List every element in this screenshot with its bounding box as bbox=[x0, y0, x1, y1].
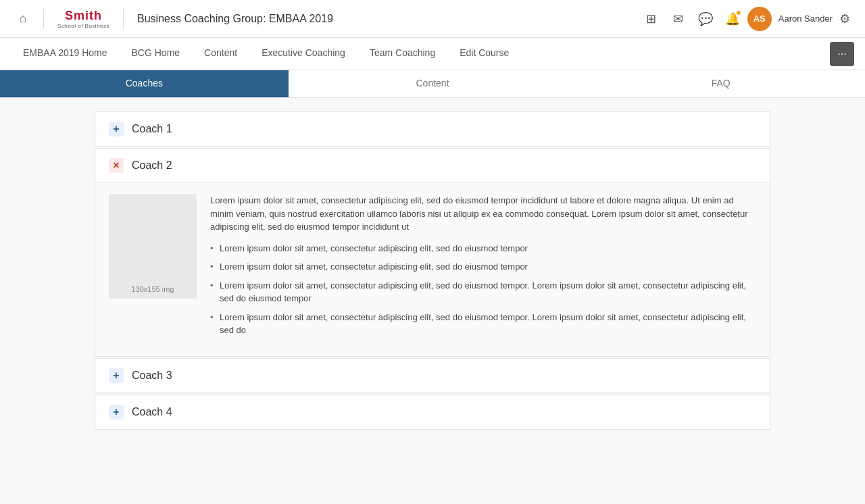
page-title: Business Coaching Group: EMBAA 2019 bbox=[137, 13, 634, 25]
coach-2-header[interactable]: × Coach 2 bbox=[95, 149, 770, 182]
coach-4-name: Coach 4 bbox=[132, 406, 172, 418]
coach-2-image: 130x155 img bbox=[109, 194, 197, 299]
coach-2-text-content: Lorem ipsum dolor sit amet, consectetur … bbox=[210, 194, 756, 343]
logo-subtitle: School of Business bbox=[57, 23, 109, 29]
main-content: + Coach 1 × Coach 2 130x155 img Lorem ip… bbox=[0, 98, 865, 504]
avatar[interactable]: AS bbox=[747, 7, 772, 31]
nav-edit-course[interactable]: Edit Course bbox=[447, 38, 521, 70]
logo-name: Smith bbox=[65, 9, 102, 23]
coach-4-toggle-icon[interactable]: + bbox=[109, 405, 124, 420]
nav-exec-coaching[interactable]: Executive Coaching bbox=[249, 38, 357, 70]
list-item: Lorem ipsum dolor sit amet, consectetur … bbox=[210, 242, 756, 255]
coach-1-header[interactable]: + Coach 1 bbox=[95, 112, 770, 146]
coach-3-toggle-icon[interactable]: + bbox=[109, 368, 124, 383]
chat-icon[interactable]: 💬 bbox=[693, 7, 718, 31]
coach-item-2: × Coach 2 130x155 img Lorem ipsum dolor … bbox=[95, 148, 770, 357]
grid-icon[interactable]: ⊞ bbox=[639, 7, 664, 31]
coach-1-name: Coach 1 bbox=[132, 123, 172, 135]
nav-team-coaching[interactable]: Team Coaching bbox=[357, 38, 447, 70]
mail-icon[interactable]: ✉ bbox=[666, 7, 691, 31]
coach-2-toggle-icon[interactable]: × bbox=[109, 158, 124, 173]
gear-icon[interactable]: ⚙ bbox=[835, 7, 854, 30]
coach-item-4: + Coach 4 bbox=[95, 395, 770, 430]
top-navbar: ⌂ Smith School of Business Business Coac… bbox=[0, 0, 865, 38]
notification-dot bbox=[735, 9, 742, 16]
second-navbar: EMBAA 2019 Home BCG Home Content Executi… bbox=[0, 38, 865, 70]
coach-4-header[interactable]: + Coach 4 bbox=[95, 395, 770, 429]
nav-bcg-home[interactable]: BCG Home bbox=[120, 38, 193, 70]
coach-item-3: + Coach 3 bbox=[95, 358, 770, 393]
coach-3-name: Coach 3 bbox=[132, 370, 172, 382]
coach-item-1: + Coach 1 bbox=[95, 111, 770, 147]
tab-content[interactable]: Content bbox=[289, 70, 577, 97]
nav-embaa-home[interactable]: EMBAA 2019 Home bbox=[11, 38, 120, 70]
coach-2-expanded: 130x155 img Lorem ipsum dolor sit amet, … bbox=[95, 182, 770, 356]
list-item: Lorem ipsum dolor sit amet, consectetur … bbox=[210, 279, 756, 305]
coach-2-body: 130x155 img Lorem ipsum dolor sit amet, … bbox=[109, 194, 756, 343]
list-item: Lorem ipsum dolor sit amet, consectetur … bbox=[210, 311, 756, 337]
tab-faq[interactable]: FAQ bbox=[576, 70, 865, 97]
user-name: Aaron Sander bbox=[778, 14, 833, 24]
nav-icons-group: ⊞ ✉ 💬 🔔 AS Aaron Sander ⚙ bbox=[639, 7, 854, 31]
smith-logo: Smith School of Business bbox=[52, 6, 115, 32]
home-icon[interactable]: ⌂ bbox=[11, 7, 35, 31]
tab-coaches[interactable]: Coaches bbox=[0, 70, 289, 97]
coach-1-toggle-icon[interactable]: + bbox=[109, 122, 124, 136]
list-item: Lorem ipsum dolor sit amet, consectetur … bbox=[210, 260, 756, 274]
coach-2-name: Coach 2 bbox=[132, 159, 172, 172]
tab-bar: Coaches Content FAQ bbox=[0, 70, 865, 98]
more-button[interactable]: ··· bbox=[830, 42, 854, 66]
bell-icon[interactable]: 🔔 bbox=[720, 7, 745, 31]
coach-2-bio: Lorem ipsum dolor sit amet, consectetur … bbox=[210, 194, 756, 234]
nav-divider-1 bbox=[43, 9, 44, 29]
coach-3-header[interactable]: + Coach 3 bbox=[95, 359, 770, 393]
coach-2-list: Lorem ipsum dolor sit amet, consectetur … bbox=[210, 242, 756, 337]
nav-divider-2 bbox=[123, 9, 124, 29]
nav-content[interactable]: Content bbox=[192, 38, 249, 70]
